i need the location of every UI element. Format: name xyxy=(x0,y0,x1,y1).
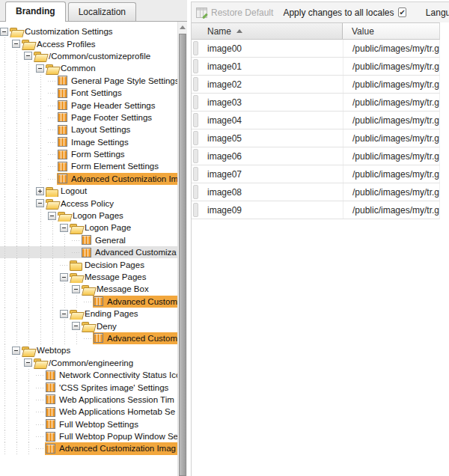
tree-item[interactable]: Advanced Customiza xyxy=(0,296,177,308)
tree-item-label: Advanced Customization Ima xyxy=(70,174,177,183)
tree-indent-guide xyxy=(0,99,12,111)
tree-item[interactable]: Font Settings xyxy=(0,87,177,99)
name-cell: image03 xyxy=(200,97,343,108)
tree-indent-guide xyxy=(12,99,24,111)
tree-indent-guide xyxy=(0,185,12,197)
row-handle[interactable] xyxy=(193,203,198,217)
table-row[interactable]: image01/public/images/my/tr.gif xyxy=(192,58,440,76)
row-handle[interactable] xyxy=(193,113,198,127)
tree-item[interactable]: Full Webtop Settings xyxy=(0,418,177,430)
table-row[interactable]: image05/public/images/my/tr.gif xyxy=(192,129,440,147)
tree-item[interactable]: Common xyxy=(0,62,177,74)
settings-table-icon xyxy=(58,112,67,122)
row-handle[interactable] xyxy=(193,167,198,181)
apply-all-locales-checkbox[interactable] xyxy=(398,7,406,17)
tree-item[interactable]: Form Settings xyxy=(0,148,177,160)
tree-item-content: Advanced Customization Ima xyxy=(57,173,177,185)
tree-item[interactable]: Web Applications Session Tim xyxy=(0,394,177,406)
open-folder-icon xyxy=(58,211,70,221)
tree-indent-guide xyxy=(0,406,12,418)
collapse-icon[interactable] xyxy=(72,322,80,330)
tree-item[interactable]: 'CSS Sprites image' Settings xyxy=(0,381,177,393)
collapse-icon[interactable] xyxy=(24,358,32,367)
tree-item[interactable]: Page Header Settings xyxy=(0,99,177,111)
tree-item[interactable]: Logon Page xyxy=(0,222,177,234)
table-row[interactable]: image08/public/images/my/tr.gif xyxy=(192,183,440,201)
collapse-icon[interactable] xyxy=(60,273,68,281)
row-handle[interactable] xyxy=(193,95,198,109)
tree-indent-guide xyxy=(12,123,24,135)
tree-item[interactable]: General xyxy=(0,234,177,246)
tree-item[interactable]: Full Webtop Popup Window Se xyxy=(0,430,177,442)
tree-item[interactable]: Logon Pages xyxy=(0,210,177,222)
row-handle[interactable] xyxy=(193,131,198,145)
tree-item[interactable]: /Common/engineering xyxy=(0,357,177,369)
name-cell: image04 xyxy=(200,115,343,126)
collapse-icon[interactable] xyxy=(36,64,44,73)
tree-item[interactable]: Message Pages xyxy=(0,271,177,283)
tree-item[interactable]: Customization Settings xyxy=(0,25,177,37)
collapse-icon[interactable] xyxy=(12,40,20,48)
collapse-icon[interactable] xyxy=(0,28,8,36)
table-row[interactable]: image00/public/images/my/tr.gif xyxy=(192,40,440,58)
row-handle[interactable] xyxy=(193,185,198,199)
tree-item[interactable]: Logout xyxy=(0,185,177,197)
tree-connector xyxy=(60,259,69,271)
tree-item[interactable]: Message Box xyxy=(0,283,177,295)
scrollbar-thumb[interactable] xyxy=(179,34,186,476)
collapse-icon[interactable] xyxy=(72,285,80,293)
row-handle[interactable] xyxy=(193,149,198,163)
tree-item[interactable]: Image Settings xyxy=(0,136,177,148)
collapse-icon[interactable] xyxy=(60,224,68,232)
tree-item[interactable]: /Common/customizeprofile xyxy=(0,50,177,62)
table-row[interactable]: image02/public/images/my/tr.gif xyxy=(192,76,440,94)
collapse-icon[interactable] xyxy=(48,212,56,220)
open-folder-icon xyxy=(70,223,82,233)
tree-item[interactable]: Webtops xyxy=(0,344,177,356)
tree-item[interactable]: Access Policy xyxy=(0,197,177,209)
tree-item[interactable]: Deny xyxy=(0,320,177,332)
column-header-name[interactable]: Name xyxy=(192,23,343,39)
table-row[interactable]: image07/public/images/my/tr.gif xyxy=(192,165,440,183)
tree-item[interactable]: Access Profiles xyxy=(0,37,177,49)
table-row[interactable]: image03/public/images/my/tr.gif xyxy=(192,94,440,112)
tree-item[interactable]: Web Applications Hometab Se xyxy=(0,406,177,418)
column-header-value[interactable]: Value xyxy=(343,23,439,39)
tree-item[interactable]: General Page Style Settings xyxy=(0,75,177,87)
tree-item-content: Common xyxy=(45,62,177,74)
table-row[interactable]: image04/public/images/my/tr.gif xyxy=(192,112,440,129)
restore-default-button[interactable]: Restore Default xyxy=(196,7,273,18)
table-row[interactable]: image09/public/images/my/tr.gif xyxy=(192,201,440,219)
tree-item[interactable]: Advanced Customiza xyxy=(0,246,177,258)
tree-indent-guide xyxy=(12,148,24,160)
collapse-icon[interactable] xyxy=(60,310,68,318)
collapse-icon[interactable] xyxy=(24,52,32,60)
tree-indent-guide xyxy=(24,430,36,442)
tab-localization[interactable]: Localization xyxy=(68,2,136,21)
tree-connector xyxy=(36,382,45,394)
row-handle[interactable] xyxy=(193,77,198,91)
collapse-icon[interactable] xyxy=(12,347,20,355)
row-handle[interactable] xyxy=(193,59,198,73)
table-row[interactable]: image06/public/images/my/tr.gif xyxy=(192,147,440,165)
tree-indent-guide xyxy=(12,406,24,418)
tree-item[interactable]: Advanced Customization Ima xyxy=(0,173,177,185)
tree-scrollbar[interactable] xyxy=(177,22,187,476)
tab-branding[interactable]: Branding xyxy=(5,1,66,22)
tree-item[interactable]: Network Connectivity Status Ico xyxy=(0,369,177,381)
scroll-up-icon[interactable] xyxy=(178,22,187,33)
tree-item[interactable]: Advanced Customiza xyxy=(0,332,177,344)
tree-item[interactable]: Layout Settings xyxy=(0,123,177,135)
settings-table-icon xyxy=(82,248,91,257)
tree-item[interactable]: Advanced Customization Imag xyxy=(0,442,177,454)
value-cell: /public/images/my/tr.gif xyxy=(343,40,439,57)
tree-item[interactable]: Decision Pages xyxy=(0,258,177,270)
tree-indent-guide xyxy=(60,332,72,344)
tree-indent-guide xyxy=(36,283,48,295)
tree-item[interactable]: Ending Pages xyxy=(0,308,177,320)
tree-item[interactable]: Form Element Settings xyxy=(0,160,177,172)
row-handle[interactable] xyxy=(193,41,198,55)
collapse-icon[interactable] xyxy=(36,199,44,207)
expand-icon[interactable] xyxy=(36,187,44,195)
tree-item[interactable]: Page Footer Settings xyxy=(0,112,177,123)
